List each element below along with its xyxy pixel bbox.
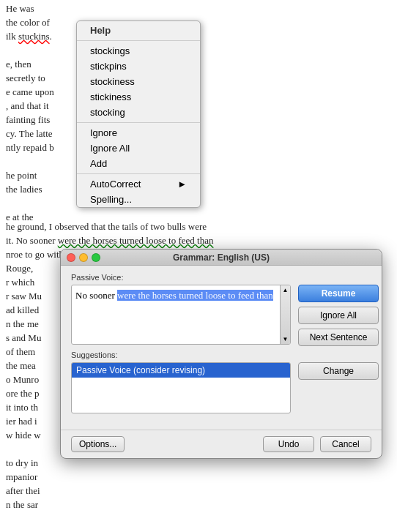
menu-separator-3 (77, 173, 200, 174)
change-button[interactable]: Change (298, 362, 379, 380)
dialog-title: Grammar: English (US) (173, 252, 270, 263)
misspelled-word[interactable]: stuckins (18, 31, 50, 42)
bottom-right-buttons: Undo Cancel (263, 436, 371, 452)
minimize-button[interactable] (79, 253, 88, 262)
menu-item-ignore[interactable]: Ignore (77, 125, 200, 141)
menu-item-stockiness[interactable]: stockiness (77, 74, 200, 89)
menu-item-stickpins[interactable]: stickpins (77, 59, 200, 74)
left-column: No sooner were the horses turned loose t… (71, 285, 291, 413)
menu-separator-2 (77, 122, 200, 123)
traffic-lights (67, 253, 100, 262)
menu-item-add[interactable]: Add (77, 156, 200, 171)
cancel-button[interactable]: Cancel (320, 436, 371, 452)
dialog-buttons: Resume Ignore All Next Sentence Change (298, 285, 382, 413)
passive-voice-label: Passive Voice: (71, 273, 371, 282)
ignore-all-button[interactable]: Ignore All (298, 307, 379, 324)
next-sentence-button[interactable]: Next Sentence (298, 329, 379, 346)
submenu-arrow-icon: ► (177, 179, 187, 190)
zoom-button[interactable] (92, 253, 100, 262)
scroll-up-icon[interactable]: ▲ (283, 287, 289, 293)
dialog-titlebar: Grammar: English (US) (61, 250, 382, 266)
suggestions-area[interactable]: Passive Voice (consider revising) (71, 362, 291, 413)
menu-item-autocorrect[interactable]: AutoCorrect ► (77, 176, 200, 192)
upper-doc-text: He was the color of ilk stuckins. e, the… (6, 1, 54, 224)
menu-item-stockings[interactable]: stockings (77, 43, 200, 59)
suggestions-label: Suggestions: (71, 351, 291, 359)
menu-item-ignore-all[interactable]: Ignore All (77, 141, 200, 156)
dialog-bottom-row: Options... Undo Cancel (61, 430, 382, 458)
resume-button[interactable]: Resume (298, 285, 379, 302)
menu-separator-1 (77, 40, 200, 41)
menu-item-spelling[interactable]: Spelling... (77, 192, 200, 207)
options-button[interactable]: Options... (71, 436, 125, 452)
text-content: No sooner were the horses turned loose t… (72, 285, 280, 344)
suggestion-item-0[interactable]: Passive Voice (consider revising) (72, 363, 290, 378)
menu-item-help[interactable]: Help (77, 21, 200, 38)
main-content-row: No sooner were the horses turned loose t… (71, 285, 371, 413)
undo-button[interactable]: Undo (263, 436, 314, 452)
grammar-dialog: Grammar: English (US) Passive Voice: No … (60, 249, 382, 459)
highlighted-text: were the horses turned loose to feed tha… (117, 290, 273, 301)
context-menu: Help stockings stickpins stockiness stic… (76, 20, 201, 208)
menu-item-stickiness[interactable]: stickiness (77, 89, 200, 105)
close-button[interactable] (67, 253, 75, 262)
scrollbar[interactable]: ▲ ▼ (280, 285, 290, 344)
dialog-body: Passive Voice: No sooner were the horses… (61, 266, 382, 427)
scroll-down-icon[interactable]: ▼ (283, 336, 289, 342)
text-display-area: No sooner were the horses turned loose t… (71, 285, 291, 345)
menu-item-stocking[interactable]: stocking (77, 105, 200, 120)
